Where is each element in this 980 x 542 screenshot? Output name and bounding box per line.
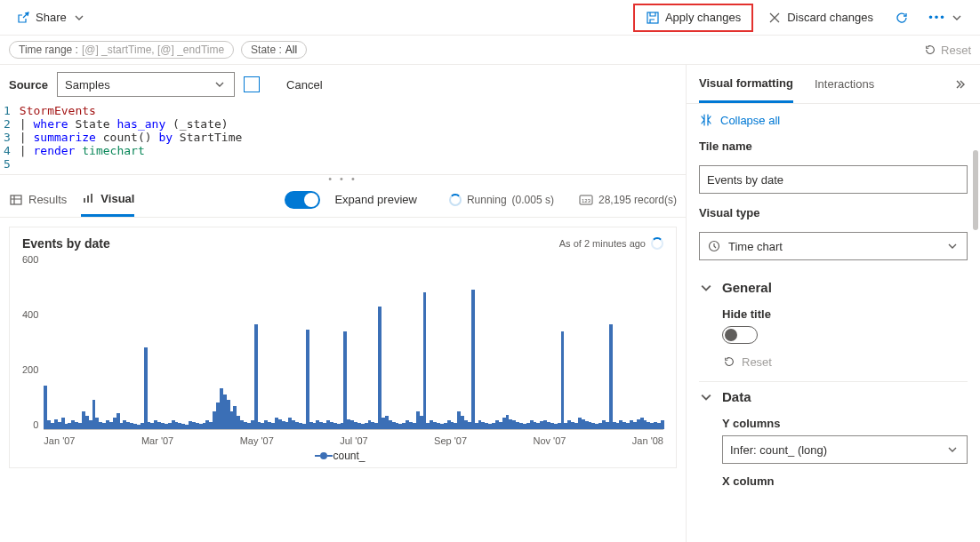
filters-reset-button[interactable]: Reset — [923, 43, 971, 57]
spinner-icon — [449, 194, 462, 206]
chevron-double-right-icon[interactable] — [953, 77, 968, 92]
filter-key: State : — [251, 44, 282, 56]
source-label: Source — [9, 78, 48, 92]
chart-bar — [423, 292, 427, 429]
ycolumns-select[interactable]: Infer: count_ (long) — [722, 435, 968, 464]
collapse-all-button[interactable]: Collapse all — [699, 113, 968, 127]
section-general[interactable]: General — [699, 273, 968, 295]
svg-text:123: 123 — [582, 197, 591, 203]
legend-marker-icon — [320, 452, 327, 459]
close-icon — [767, 11, 782, 25]
running-label: Running — [467, 194, 507, 206]
legend-label: count_ — [333, 450, 365, 462]
svg-rect-4 — [91, 194, 92, 203]
chart-xaxis: Jan '07 Mar '07 May '07 Jul '07 Sep '07 … — [44, 435, 663, 446]
visual-type-value: Time chart — [728, 240, 783, 253]
chevron-down-icon — [945, 239, 960, 253]
share-icon — [16, 11, 30, 25]
reset-label: Reset — [941, 44, 971, 57]
table-icon — [9, 193, 23, 207]
tab-visual-formatting[interactable]: Visual formatting — [699, 65, 793, 103]
cancel-checkbox[interactable] — [244, 76, 260, 92]
filter-state[interactable]: State : All — [241, 41, 307, 59]
chevron-down-icon — [950, 11, 964, 25]
chevron-down-icon — [699, 281, 713, 295]
chart-bar — [609, 324, 613, 429]
clock-icon — [707, 239, 721, 253]
ycolumns-label: Y columns — [722, 417, 968, 430]
filter-bar: Time range : [@] _startTime, [@] _endTim… — [0, 36, 980, 65]
filter-value: [@] _startTime, [@] _endTime — [82, 44, 224, 56]
chevron-down-icon — [213, 77, 227, 92]
svg-rect-1 — [11, 195, 21, 204]
chart-bar — [378, 307, 382, 429]
section-label: General — [722, 280, 772, 295]
chevron-down-icon — [72, 11, 86, 25]
apply-changes-button[interactable]: Apply changes — [639, 7, 748, 28]
more-icon: ••• — [930, 11, 944, 25]
tile-name-value: Events by date — [707, 173, 783, 187]
save-icon — [646, 11, 660, 25]
svg-rect-2 — [84, 198, 85, 203]
xcolumn-label: X column — [722, 474, 968, 488]
hide-title-label: Hide title — [722, 307, 968, 321]
section-data[interactable]: Data — [699, 381, 968, 404]
format-panel: Visual formatting Interactions Collapse … — [687, 65, 980, 542]
expand-preview-toggle[interactable] — [285, 191, 320, 209]
source-row: Source Samples Cancel — [0, 65, 686, 100]
chart-bar — [561, 331, 565, 429]
editor-gutter: 1 2 3 4 5 — [0, 100, 20, 174]
chart-legend: count_ — [22, 446, 663, 462]
chart-asof: As of 2 minutes ago — [559, 238, 646, 249]
refresh-button[interactable] — [888, 7, 916, 28]
svg-rect-0 — [647, 12, 658, 23]
filter-value: All — [285, 44, 297, 56]
share-button[interactable]: Share — [9, 7, 93, 28]
tile-name-input[interactable]: Events by date — [699, 165, 968, 194]
chart-plot: Jan '07 Mar '07 May '07 Jul '07 Sep '07 … — [44, 251, 663, 446]
chart-bar — [306, 330, 309, 429]
chart-icon — [81, 191, 95, 205]
records-icon: 123 — [579, 193, 593, 207]
results-tabs: Results Visual Expand preview Running (0… — [0, 182, 686, 218]
chart-title: Events by date — [22, 236, 110, 251]
resize-handle[interactable]: • • • — [0, 174, 686, 182]
collapse-icon — [699, 113, 713, 127]
hide-title-toggle[interactable] — [722, 326, 758, 344]
svg-rect-3 — [87, 195, 89, 203]
filter-key: Time range : — [19, 44, 78, 56]
records-label: 28,195 record(s) — [598, 194, 677, 206]
spinner-icon — [651, 237, 663, 250]
tab-visual[interactable]: Visual — [81, 182, 134, 217]
duration-label: (0.005 s) — [512, 194, 554, 206]
tile-name-label: Tile name — [699, 139, 968, 153]
expand-label: Expand preview — [334, 193, 417, 206]
reset-label: Reset — [742, 355, 772, 369]
section-label: Data — [722, 389, 751, 404]
apply-highlight: Apply changes — [633, 4, 753, 32]
filter-timerange[interactable]: Time range : [@] _startTime, [@] _endTim… — [9, 41, 234, 59]
source-value: Samples — [65, 78, 110, 92]
refresh-icon — [895, 11, 909, 25]
discard-label: Discard changes — [787, 11, 873, 24]
share-label: Share — [36, 11, 67, 24]
ycolumns-value: Infer: count_ (long) — [730, 443, 827, 457]
section-reset-button[interactable]: Reset — [722, 355, 968, 369]
source-select[interactable]: Samples — [57, 72, 235, 97]
tab-results[interactable]: Results — [9, 182, 67, 217]
apply-label: Apply changes — [665, 11, 741, 24]
visual-type-select[interactable]: Time chart — [699, 232, 968, 260]
chart-bar — [343, 331, 347, 429]
tab-label: Visual — [100, 192, 134, 205]
chart-yaxis: 600 400 200 0 — [22, 251, 44, 446]
discard-changes-button[interactable]: Discard changes — [760, 7, 880, 28]
chevron-down-icon — [945, 442, 960, 457]
more-button[interactable]: ••• — [923, 7, 971, 28]
cancel-label: Cancel — [286, 78, 322, 92]
visual-type-label: Visual type — [699, 206, 968, 219]
query-editor[interactable]: 1 2 3 4 5 StormEvents| where State has_a… — [0, 100, 686, 174]
chart-bar — [254, 324, 258, 429]
editor-code[interactable]: StormEvents| where State has_any (_state… — [20, 100, 686, 174]
tab-interactions[interactable]: Interactions — [815, 65, 874, 103]
reset-icon — [923, 43, 937, 57]
